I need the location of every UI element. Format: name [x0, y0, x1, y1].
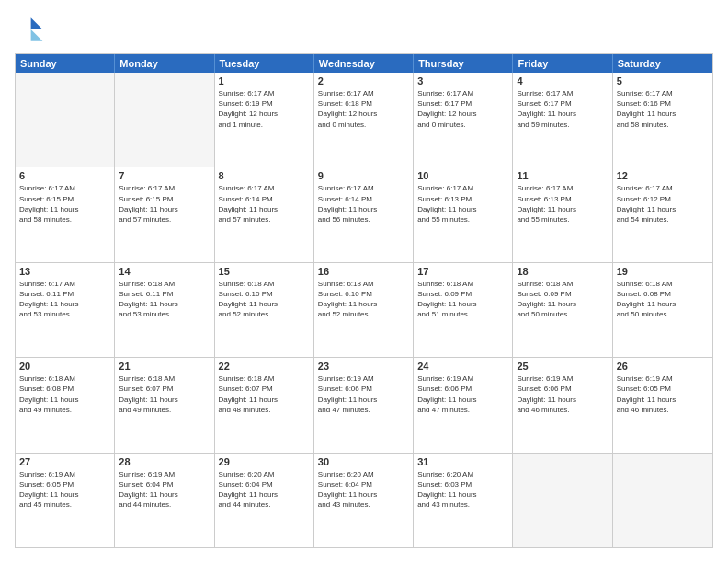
calendar-cell: 9Sunrise: 6:17 AM Sunset: 6:14 PM Daylig…: [314, 167, 414, 261]
calendar-cell: 19Sunrise: 6:18 AM Sunset: 6:08 PM Dayli…: [613, 263, 712, 357]
day-content: Sunrise: 6:17 AM Sunset: 6:13 PM Dayligh…: [417, 183, 508, 224]
day-content: Sunrise: 6:17 AM Sunset: 6:17 PM Dayligh…: [517, 88, 608, 130]
day-content: Sunrise: 6:19 AM Sunset: 6:06 PM Dayligh…: [318, 373, 409, 415]
day-number: 1: [219, 75, 310, 86]
day-number: 8: [219, 170, 310, 181]
calendar-cell: 22Sunrise: 6:18 AM Sunset: 6:07 PM Dayli…: [215, 358, 314, 452]
calendar-cell: 11Sunrise: 6:17 AM Sunset: 6:13 PM Dayli…: [513, 167, 612, 261]
day-content: Sunrise: 6:19 AM Sunset: 6:06 PM Dayligh…: [417, 373, 508, 415]
day-number: 28: [119, 456, 210, 467]
calendar-cell: 8Sunrise: 6:17 AM Sunset: 6:14 PM Daylig…: [215, 167, 314, 261]
calendar-cell: 3Sunrise: 6:17 AM Sunset: 6:17 PM Daylig…: [414, 73, 513, 167]
day-content: Sunrise: 6:18 AM Sunset: 6:08 PM Dayligh…: [617, 279, 709, 320]
calendar-cell: [613, 454, 712, 547]
day-number: 10: [417, 170, 508, 181]
calendar-row: 13Sunrise: 6:17 AM Sunset: 6:11 PM Dayli…: [16, 263, 712, 358]
day-number: 19: [617, 266, 709, 277]
page: SundayMondayTuesdayWednesdayThursdayFrid…: [0, 0, 728, 563]
day-number: 26: [617, 361, 709, 372]
calendar-cell: 21Sunrise: 6:18 AM Sunset: 6:07 PM Dayli…: [115, 358, 214, 452]
calendar-cell: 1Sunrise: 6:17 AM Sunset: 6:19 PM Daylig…: [215, 73, 314, 167]
day-number: 18: [517, 266, 608, 277]
day-number: 13: [19, 266, 110, 277]
day-number: 7: [119, 170, 210, 181]
calendar-cell: 23Sunrise: 6:19 AM Sunset: 6:06 PM Dayli…: [314, 358, 414, 452]
calendar-cell: 15Sunrise: 6:18 AM Sunset: 6:10 PM Dayli…: [215, 263, 314, 357]
header-day: Sunday: [16, 54, 115, 73]
day-number: 14: [119, 266, 210, 277]
calendar-cell: 30Sunrise: 6:20 AM Sunset: 6:04 PM Dayli…: [314, 454, 414, 547]
day-content: Sunrise: 6:19 AM Sunset: 6:05 PM Dayligh…: [19, 469, 110, 511]
day-content: Sunrise: 6:17 AM Sunset: 6:14 PM Dayligh…: [318, 183, 409, 224]
day-content: Sunrise: 6:17 AM Sunset: 6:11 PM Dayligh…: [19, 279, 110, 320]
day-content: Sunrise: 6:18 AM Sunset: 6:10 PM Dayligh…: [318, 279, 409, 320]
header-day: Saturday: [613, 54, 712, 73]
calendar: SundayMondayTuesdayWednesdayThursdayFrid…: [15, 53, 713, 548]
day-number: 24: [417, 361, 508, 372]
svg-marker-1: [31, 29, 43, 41]
day-number: 27: [19, 456, 110, 467]
calendar-cell: [513, 454, 612, 547]
day-content: Sunrise: 6:18 AM Sunset: 6:07 PM Dayligh…: [119, 373, 210, 415]
calendar-cell: 28Sunrise: 6:19 AM Sunset: 6:04 PM Dayli…: [115, 454, 214, 547]
calendar-cell: 24Sunrise: 6:19 AM Sunset: 6:06 PM Dayli…: [414, 358, 513, 452]
day-number: 20: [19, 361, 110, 372]
calendar-cell: 16Sunrise: 6:18 AM Sunset: 6:10 PM Dayli…: [314, 263, 414, 357]
calendar-cell: 26Sunrise: 6:19 AM Sunset: 6:05 PM Dayli…: [613, 358, 712, 452]
calendar-cell: 17Sunrise: 6:18 AM Sunset: 6:09 PM Dayli…: [414, 263, 513, 357]
day-number: 6: [19, 170, 110, 181]
calendar-cell: 20Sunrise: 6:18 AM Sunset: 6:08 PM Dayli…: [16, 358, 115, 452]
day-number: 23: [318, 361, 409, 372]
day-content: Sunrise: 6:17 AM Sunset: 6:19 PM Dayligh…: [219, 88, 310, 130]
day-number: 17: [417, 266, 508, 277]
logo-icon: [15, 15, 44, 44]
calendar-cell: 12Sunrise: 6:17 AM Sunset: 6:12 PM Dayli…: [613, 167, 712, 261]
day-number: 21: [119, 361, 210, 372]
day-content: Sunrise: 6:19 AM Sunset: 6:06 PM Dayligh…: [517, 373, 608, 415]
calendar-cell: [16, 73, 115, 167]
header-day: Tuesday: [215, 54, 314, 73]
day-number: 16: [318, 266, 409, 277]
header-day: Thursday: [414, 54, 513, 73]
logo: [15, 15, 48, 44]
day-content: Sunrise: 6:18 AM Sunset: 6:09 PM Dayligh…: [517, 279, 608, 320]
calendar-row: 27Sunrise: 6:19 AM Sunset: 6:05 PM Dayli…: [16, 454, 712, 547]
day-number: 30: [318, 456, 409, 467]
day-content: Sunrise: 6:17 AM Sunset: 6:14 PM Dayligh…: [219, 183, 310, 224]
calendar-cell: 13Sunrise: 6:17 AM Sunset: 6:11 PM Dayli…: [16, 263, 115, 357]
calendar-cell: 5Sunrise: 6:17 AM Sunset: 6:16 PM Daylig…: [613, 73, 712, 167]
day-content: Sunrise: 6:18 AM Sunset: 6:07 PM Dayligh…: [219, 373, 310, 415]
day-number: 11: [517, 170, 608, 181]
day-number: 25: [517, 361, 608, 372]
header: [15, 15, 713, 44]
day-content: Sunrise: 6:17 AM Sunset: 6:13 PM Dayligh…: [517, 183, 608, 224]
calendar-row: 6Sunrise: 6:17 AM Sunset: 6:15 PM Daylig…: [16, 167, 712, 262]
day-number: 12: [617, 170, 709, 181]
day-content: Sunrise: 6:17 AM Sunset: 6:17 PM Dayligh…: [417, 88, 508, 130]
calendar-cell: 14Sunrise: 6:18 AM Sunset: 6:11 PM Dayli…: [115, 263, 214, 357]
calendar-header: SundayMondayTuesdayWednesdayThursdayFrid…: [16, 54, 712, 73]
day-number: 29: [219, 456, 310, 467]
day-content: Sunrise: 6:20 AM Sunset: 6:03 PM Dayligh…: [417, 469, 508, 511]
header-day: Monday: [115, 54, 214, 73]
day-content: Sunrise: 6:18 AM Sunset: 6:10 PM Dayligh…: [219, 279, 310, 320]
day-content: Sunrise: 6:20 AM Sunset: 6:04 PM Dayligh…: [219, 469, 310, 511]
calendar-row: 1Sunrise: 6:17 AM Sunset: 6:19 PM Daylig…: [16, 73, 712, 167]
day-number: 15: [219, 266, 310, 277]
calendar-cell: 7Sunrise: 6:17 AM Sunset: 6:15 PM Daylig…: [115, 167, 214, 261]
day-content: Sunrise: 6:17 AM Sunset: 6:16 PM Dayligh…: [617, 88, 709, 130]
calendar-cell: 2Sunrise: 6:17 AM Sunset: 6:18 PM Daylig…: [314, 73, 414, 167]
calendar-cell: 18Sunrise: 6:18 AM Sunset: 6:09 PM Dayli…: [513, 263, 612, 357]
day-number: 4: [517, 75, 608, 86]
day-content: Sunrise: 6:17 AM Sunset: 6:15 PM Dayligh…: [119, 183, 210, 224]
calendar-cell: [115, 73, 214, 167]
svg-marker-0: [31, 17, 43, 29]
header-day: Wednesday: [314, 54, 414, 73]
day-number: 5: [617, 75, 709, 86]
day-content: Sunrise: 6:18 AM Sunset: 6:09 PM Dayligh…: [417, 279, 508, 320]
calendar-body: 1Sunrise: 6:17 AM Sunset: 6:19 PM Daylig…: [16, 73, 712, 547]
calendar-cell: 25Sunrise: 6:19 AM Sunset: 6:06 PM Dayli…: [513, 358, 612, 452]
day-number: 31: [417, 456, 508, 467]
day-content: Sunrise: 6:17 AM Sunset: 6:12 PM Dayligh…: [617, 183, 709, 224]
day-content: Sunrise: 6:19 AM Sunset: 6:04 PM Dayligh…: [119, 469, 210, 511]
